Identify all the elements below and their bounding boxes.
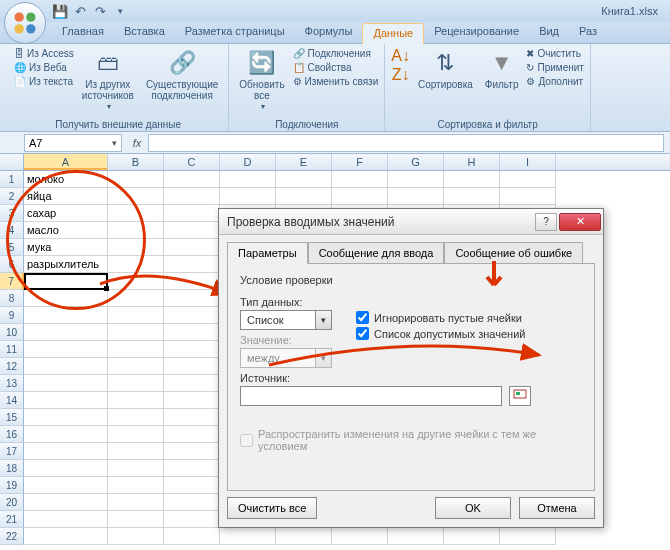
cell[interactable] [24, 528, 108, 545]
cell[interactable] [164, 375, 220, 392]
cell[interactable] [108, 409, 164, 426]
connections-button[interactable]: 🔗Подключения [293, 47, 379, 60]
name-box-dropdown-icon[interactable]: ▾ [112, 138, 117, 148]
col-header-a[interactable]: A [24, 154, 108, 170]
tab-insert[interactable]: Вставка [114, 22, 175, 43]
formula-bar[interactable] [148, 134, 664, 152]
row-header[interactable]: 13 [0, 375, 24, 392]
tab-view[interactable]: Вид [529, 22, 569, 43]
cell[interactable] [24, 341, 108, 358]
existing-connections-button[interactable]: 🔗Существующие подключения [142, 47, 222, 103]
cell[interactable] [444, 171, 500, 188]
undo-icon[interactable]: ↶ [72, 3, 88, 19]
cell[interactable] [24, 375, 108, 392]
cancel-button[interactable]: Отмена [519, 497, 595, 519]
name-box[interactable]: A7 ▾ [24, 134, 122, 152]
cell[interactable] [164, 324, 220, 341]
row-header[interactable]: 4 [0, 222, 24, 239]
cell[interactable] [24, 460, 108, 477]
cell[interactable] [164, 341, 220, 358]
row-header[interactable]: 7 [0, 273, 24, 290]
cell[interactable] [332, 188, 388, 205]
cell[interactable] [108, 494, 164, 511]
cell[interactable] [24, 290, 108, 307]
col-header-f[interactable]: F [332, 154, 388, 170]
combo-dropdown-icon[interactable]: ▾ [315, 311, 331, 329]
cell[interactable] [108, 239, 164, 256]
cell[interactable] [24, 511, 108, 528]
cell[interactable] [24, 392, 108, 409]
cell[interactable] [164, 443, 220, 460]
col-header-b[interactable]: B [108, 154, 164, 170]
from-other-button[interactable]: 🗃Из других источников [78, 47, 138, 114]
cell[interactable]: масло [24, 222, 108, 239]
cell[interactable] [220, 188, 276, 205]
row-header[interactable]: 11 [0, 341, 24, 358]
dialog-titlebar[interactable]: Проверка вводимых значений ? ✕ [219, 209, 603, 235]
cell[interactable]: яйца [24, 188, 108, 205]
tab-home[interactable]: Главная [52, 22, 114, 43]
row-header[interactable]: 3 [0, 205, 24, 222]
cell[interactable] [164, 188, 220, 205]
select-all-corner[interactable] [0, 154, 24, 170]
cell[interactable] [164, 358, 220, 375]
qat-dropdown-icon[interactable]: ▾ [112, 3, 128, 19]
cell[interactable] [164, 511, 220, 528]
row-header[interactable]: 15 [0, 409, 24, 426]
type-combo[interactable]: Список ▾ [240, 310, 332, 330]
dialog-close-button[interactable]: ✕ [559, 213, 601, 231]
cell[interactable] [24, 477, 108, 494]
cell[interactable] [500, 188, 556, 205]
cell[interactable] [24, 358, 108, 375]
filter-button[interactable]: ▼Фильтр [481, 47, 523, 92]
cell[interactable] [108, 375, 164, 392]
range-select-button[interactable] [509, 386, 531, 406]
col-header-h[interactable]: H [444, 154, 500, 170]
row-header[interactable]: 18 [0, 460, 24, 477]
redo-icon[interactable]: ↷ [92, 3, 108, 19]
tab-data[interactable]: Данные [362, 23, 424, 44]
cell[interactable] [108, 358, 164, 375]
cell[interactable] [24, 324, 108, 341]
cell[interactable] [108, 188, 164, 205]
row-header[interactable]: 16 [0, 426, 24, 443]
cell[interactable] [164, 222, 220, 239]
dialog-tab-params[interactable]: Параметры [227, 242, 308, 264]
office-button[interactable] [4, 2, 46, 44]
cell[interactable] [444, 188, 500, 205]
cell[interactable] [108, 273, 164, 290]
row-header[interactable]: 22 [0, 528, 24, 545]
cell[interactable] [108, 307, 164, 324]
col-header-d[interactable]: D [220, 154, 276, 170]
col-header-e[interactable]: E [276, 154, 332, 170]
cell[interactable] [164, 273, 220, 290]
tab-developer[interactable]: Раз [569, 22, 607, 43]
cell[interactable] [164, 205, 220, 222]
row-header[interactable]: 9 [0, 307, 24, 324]
cell[interactable] [108, 324, 164, 341]
cell[interactable] [24, 494, 108, 511]
row-header[interactable]: 8 [0, 290, 24, 307]
cell[interactable] [108, 443, 164, 460]
dialog-tab-error-msg[interactable]: Сообщение об ошибке [444, 242, 583, 264]
cell[interactable] [24, 443, 108, 460]
cell[interactable] [220, 528, 276, 545]
cell[interactable] [108, 477, 164, 494]
from-web-button[interactable]: 🌐Из Веба [14, 61, 74, 74]
cell[interactable] [108, 171, 164, 188]
source-input[interactable] [240, 386, 502, 406]
row-header[interactable]: 14 [0, 392, 24, 409]
cell[interactable] [108, 222, 164, 239]
cell[interactable] [24, 273, 108, 290]
sort-desc-icon[interactable]: Z↓ [392, 66, 410, 84]
advanced-filter-button[interactable]: ⚙Дополнит [526, 75, 583, 88]
from-text-button[interactable]: 📄Из текста [14, 75, 74, 88]
cell[interactable] [164, 494, 220, 511]
cell[interactable] [164, 528, 220, 545]
row-header[interactable]: 12 [0, 358, 24, 375]
cell[interactable] [108, 341, 164, 358]
from-access-button[interactable]: 🗄Из Access [14, 47, 74, 60]
cell[interactable] [388, 171, 444, 188]
col-header-i[interactable]: I [500, 154, 556, 170]
row-header[interactable]: 20 [0, 494, 24, 511]
